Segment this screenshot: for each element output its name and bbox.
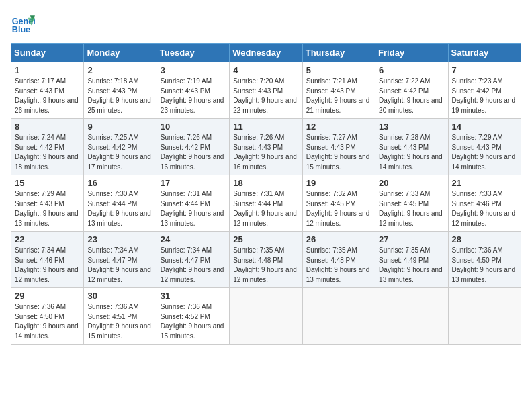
calendar-cell: 30Sunrise: 7:36 AMSunset: 4:51 PMDayligh… bbox=[84, 288, 157, 345]
calendar-cell: 10Sunrise: 7:26 AMSunset: 4:42 PMDayligh… bbox=[157, 119, 229, 175]
page-header: General Blue bbox=[11, 11, 521, 35]
calendar-cell: 27Sunrise: 7:35 AMSunset: 4:49 PMDayligh… bbox=[375, 232, 448, 288]
day-detail: Sunrise: 7:36 AMSunset: 4:51 PMDaylight:… bbox=[87, 302, 152, 341]
week-row-5: 29Sunrise: 7:36 AMSunset: 4:50 PMDayligh… bbox=[11, 288, 521, 345]
day-detail: Sunrise: 7:34 AMSunset: 4:46 PMDaylight:… bbox=[15, 246, 80, 285]
calendar-cell: 11Sunrise: 7:26 AMSunset: 4:43 PMDayligh… bbox=[230, 119, 302, 175]
day-detail: Sunrise: 7:26 AMSunset: 4:43 PMDaylight:… bbox=[233, 133, 298, 172]
day-number: 15 bbox=[15, 178, 80, 188]
weekday-header-row: SundayMondayTuesdayWednesdayThursdayFrid… bbox=[11, 44, 521, 62]
day-detail: Sunrise: 7:34 AMSunset: 4:47 PMDaylight:… bbox=[87, 246, 152, 285]
weekday-header-tuesday: Tuesday bbox=[157, 44, 229, 62]
day-number: 14 bbox=[452, 122, 517, 132]
day-detail: Sunrise: 7:36 AMSunset: 4:50 PMDaylight:… bbox=[452, 246, 517, 285]
day-detail: Sunrise: 7:35 AMSunset: 4:48 PMDaylight:… bbox=[233, 246, 298, 285]
calendar-cell: 17Sunrise: 7:31 AMSunset: 4:44 PMDayligh… bbox=[157, 175, 229, 232]
day-number: 18 bbox=[233, 178, 298, 188]
calendar-cell: 15Sunrise: 7:29 AMSunset: 4:43 PMDayligh… bbox=[11, 175, 84, 232]
weekday-header-saturday: Saturday bbox=[448, 44, 521, 62]
day-detail: Sunrise: 7:25 AMSunset: 4:42 PMDaylight:… bbox=[87, 133, 152, 172]
calendar-cell: 7Sunrise: 7:23 AMSunset: 4:42 PMDaylight… bbox=[448, 62, 521, 119]
day-detail: Sunrise: 7:24 AMSunset: 4:42 PMDaylight:… bbox=[15, 133, 80, 172]
calendar-cell: 22Sunrise: 7:34 AMSunset: 4:46 PMDayligh… bbox=[11, 232, 84, 288]
day-number: 24 bbox=[161, 234, 226, 244]
calendar-cell: 2Sunrise: 7:18 AMSunset: 4:43 PMDaylight… bbox=[84, 62, 157, 119]
day-detail: Sunrise: 7:20 AMSunset: 4:43 PMDaylight:… bbox=[233, 77, 298, 116]
weekday-header-wednesday: Wednesday bbox=[230, 44, 302, 62]
weekday-header-thursday: Thursday bbox=[302, 44, 375, 62]
day-number: 30 bbox=[87, 291, 152, 301]
day-detail: Sunrise: 7:26 AMSunset: 4:42 PMDaylight:… bbox=[161, 133, 226, 172]
day-detail: Sunrise: 7:36 AMSunset: 4:52 PMDaylight:… bbox=[161, 302, 226, 341]
day-detail: Sunrise: 7:33 AMSunset: 4:46 PMDaylight:… bbox=[452, 189, 517, 228]
day-number: 12 bbox=[306, 122, 371, 132]
day-number: 17 bbox=[161, 178, 226, 188]
day-detail: Sunrise: 7:31 AMSunset: 4:44 PMDaylight:… bbox=[161, 189, 226, 228]
calendar-cell: 20Sunrise: 7:33 AMSunset: 4:45 PMDayligh… bbox=[375, 175, 448, 232]
day-number: 5 bbox=[306, 65, 371, 75]
calendar-cell: 16Sunrise: 7:30 AMSunset: 4:44 PMDayligh… bbox=[84, 175, 157, 232]
week-row-4: 22Sunrise: 7:34 AMSunset: 4:46 PMDayligh… bbox=[11, 232, 521, 288]
calendar-cell bbox=[448, 288, 521, 345]
day-detail: Sunrise: 7:35 AMSunset: 4:48 PMDaylight:… bbox=[306, 246, 371, 285]
calendar-cell: 18Sunrise: 7:31 AMSunset: 4:44 PMDayligh… bbox=[230, 175, 302, 232]
calendar-cell: 21Sunrise: 7:33 AMSunset: 4:46 PMDayligh… bbox=[448, 175, 521, 232]
day-detail: Sunrise: 7:22 AMSunset: 4:42 PMDaylight:… bbox=[379, 77, 444, 116]
calendar-cell bbox=[302, 288, 375, 345]
day-detail: Sunrise: 7:17 AMSunset: 4:43 PMDaylight:… bbox=[15, 77, 80, 116]
logo-icon: General Blue bbox=[11, 11, 35, 35]
day-number: 16 bbox=[87, 178, 152, 188]
day-number: 25 bbox=[233, 234, 298, 244]
day-number: 1 bbox=[15, 65, 80, 75]
day-detail: Sunrise: 7:27 AMSunset: 4:43 PMDaylight:… bbox=[306, 133, 371, 172]
calendar-cell: 25Sunrise: 7:35 AMSunset: 4:48 PMDayligh… bbox=[230, 232, 302, 288]
calendar-cell: 5Sunrise: 7:21 AMSunset: 4:43 PMDaylight… bbox=[302, 62, 375, 119]
day-number: 23 bbox=[87, 234, 152, 244]
day-detail: Sunrise: 7:21 AMSunset: 4:43 PMDaylight:… bbox=[306, 77, 371, 116]
calendar-cell: 14Sunrise: 7:29 AMSunset: 4:43 PMDayligh… bbox=[448, 119, 521, 175]
day-number: 6 bbox=[379, 65, 444, 75]
calendar-cell: 13Sunrise: 7:28 AMSunset: 4:43 PMDayligh… bbox=[375, 119, 448, 175]
day-detail: Sunrise: 7:29 AMSunset: 4:43 PMDaylight:… bbox=[15, 189, 80, 228]
day-number: 27 bbox=[379, 234, 444, 244]
day-number: 22 bbox=[15, 234, 80, 244]
calendar-cell: 6Sunrise: 7:22 AMSunset: 4:42 PMDaylight… bbox=[375, 62, 448, 119]
day-number: 10 bbox=[161, 122, 226, 132]
day-detail: Sunrise: 7:34 AMSunset: 4:47 PMDaylight:… bbox=[161, 246, 226, 285]
day-number: 31 bbox=[161, 291, 226, 301]
weekday-header-monday: Monday bbox=[84, 44, 157, 62]
calendar-cell: 9Sunrise: 7:25 AMSunset: 4:42 PMDaylight… bbox=[84, 119, 157, 175]
calendar-cell: 19Sunrise: 7:32 AMSunset: 4:45 PMDayligh… bbox=[302, 175, 375, 232]
day-number: 19 bbox=[306, 178, 371, 188]
calendar-cell: 4Sunrise: 7:20 AMSunset: 4:43 PMDaylight… bbox=[230, 62, 302, 119]
calendar-cell: 31Sunrise: 7:36 AMSunset: 4:52 PMDayligh… bbox=[157, 288, 229, 345]
day-number: 13 bbox=[379, 122, 444, 132]
calendar-table: SundayMondayTuesdayWednesdayThursdayFrid… bbox=[11, 43, 521, 345]
day-number: 4 bbox=[233, 65, 298, 75]
day-number: 2 bbox=[87, 65, 152, 75]
weekday-header-sunday: Sunday bbox=[11, 44, 84, 62]
day-detail: Sunrise: 7:31 AMSunset: 4:44 PMDaylight:… bbox=[233, 189, 298, 228]
weekday-header-friday: Friday bbox=[375, 44, 448, 62]
day-number: 28 bbox=[452, 234, 517, 244]
calendar-cell: 3Sunrise: 7:19 AMSunset: 4:43 PMDaylight… bbox=[157, 62, 229, 119]
week-row-3: 15Sunrise: 7:29 AMSunset: 4:43 PMDayligh… bbox=[11, 175, 521, 232]
calendar-cell: 24Sunrise: 7:34 AMSunset: 4:47 PMDayligh… bbox=[157, 232, 229, 288]
day-detail: Sunrise: 7:23 AMSunset: 4:42 PMDaylight:… bbox=[452, 77, 517, 116]
calendar-cell bbox=[375, 288, 448, 345]
calendar-cell: 23Sunrise: 7:34 AMSunset: 4:47 PMDayligh… bbox=[84, 232, 157, 288]
day-detail: Sunrise: 7:29 AMSunset: 4:43 PMDaylight:… bbox=[452, 133, 517, 172]
day-number: 26 bbox=[306, 234, 371, 244]
calendar-cell: 26Sunrise: 7:35 AMSunset: 4:48 PMDayligh… bbox=[302, 232, 375, 288]
day-number: 9 bbox=[87, 122, 152, 132]
calendar-cell: 29Sunrise: 7:36 AMSunset: 4:50 PMDayligh… bbox=[11, 288, 84, 345]
day-number: 8 bbox=[15, 122, 80, 132]
calendar-cell: 1Sunrise: 7:17 AMSunset: 4:43 PMDaylight… bbox=[11, 62, 84, 119]
day-detail: Sunrise: 7:35 AMSunset: 4:49 PMDaylight:… bbox=[379, 246, 444, 285]
day-detail: Sunrise: 7:18 AMSunset: 4:43 PMDaylight:… bbox=[87, 77, 152, 116]
day-detail: Sunrise: 7:30 AMSunset: 4:44 PMDaylight:… bbox=[87, 189, 152, 228]
day-detail: Sunrise: 7:19 AMSunset: 4:43 PMDaylight:… bbox=[161, 77, 226, 116]
day-number: 3 bbox=[161, 65, 226, 75]
calendar-cell bbox=[230, 288, 302, 345]
day-detail: Sunrise: 7:36 AMSunset: 4:50 PMDaylight:… bbox=[15, 302, 80, 341]
